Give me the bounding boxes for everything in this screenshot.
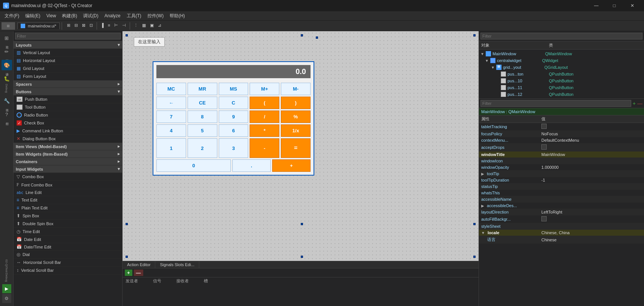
tab-signals-slots[interactable]: Signals Slots Edi... [155,261,199,268]
btn-mminus[interactable]: M- [281,83,311,95]
btn-equals[interactable]: = [281,138,311,158]
menu-file[interactable]: 文件(F) [2,12,22,20]
category-containers[interactable]: Containers ▸ [14,158,122,165]
menu-view[interactable]: View [43,12,59,19]
icon-group-project[interactable]: 🔧 项目 [2,96,12,106]
toolbar-btn-2[interactable]: ⊟ [73,22,79,30]
btn-7[interactable]: 7 [156,111,186,123]
btn-lparen[interactable]: ( [250,97,279,109]
btn-mplus[interactable]: M+ [250,83,279,95]
btn-6[interactable]: 6 [219,124,249,137]
widget-filter-input[interactable] [15,33,121,39]
prop-accdesc-expand[interactable]: ▶ [481,204,484,208]
widget-grid-layout[interactable]: ▦ Grid Layout [14,65,122,73]
obj-pushbutton-4[interactable]: ok pus...12 QPushButton [479,91,644,98]
toolbar-btn-12[interactable]: ⊿ [156,22,163,30]
widget-tool-button[interactable]: ▣ Tool Button [14,103,122,111]
tab-mainwindow-ui[interactable]: mainwindow.ui* [17,23,60,29]
title-bar-controls[interactable]: — □ ✕ [588,0,641,11]
widget-radio-button[interactable]: Radio Button [14,111,122,119]
widget-push-button[interactable]: ok Push Button [14,95,122,103]
props-add-btn[interactable]: + [633,100,636,106]
btn-5[interactable]: 5 [188,124,217,137]
btn-1[interactable]: 1 [156,138,186,158]
widget-text-edit[interactable]: ≡ Text Edit [14,196,122,204]
menu-widget[interactable]: 控件(W) [144,12,167,20]
toolbar-btn-3[interactable]: ⊠ [80,22,87,30]
debug-label[interactable]: Debug [5,273,8,282]
menu-build[interactable]: 构建(B) [59,12,80,20]
icon-group-welcome[interactable]: ⊞ 欢迎 [2,33,12,43]
calculator-widget[interactable]: 0.0 MC MR MS M+ M- ← [153,61,314,176]
btn-ce[interactable]: CE [188,97,217,109]
btn-dot[interactable]: . [232,159,271,172]
category-item-widgets[interactable]: Item Widgets (Item-Based) ▸ [14,150,122,158]
btn-subtract[interactable]: - [250,138,279,158]
icon-design[interactable]: 🎨 [2,60,12,70]
category-input-widgets[interactable]: Input Widgets ▾ [14,165,122,173]
widget-line-edit[interactable]: abc Line Edit [14,189,122,196]
btn-4[interactable]: 4 [156,124,186,137]
toolbar-btn-1[interactable]: ⊞ [65,22,72,30]
btn-mr[interactable]: MR [188,83,217,95]
widget-horizontal-layout[interactable]: ▤ Horizontal Layout [14,57,122,65]
toolbar-btn-9[interactable]: ⋮ [132,22,139,30]
btn-add[interactable]: + [272,159,311,172]
btn-c[interactable]: C [219,97,249,109]
icon-group-edit[interactable]: ✏ 编辑 [2,46,12,57]
props-filter-input[interactable] [480,100,631,107]
toolbar-btn-10[interactable]: ▦ [141,22,147,30]
btn-0[interactable]: 0 [156,159,231,172]
tab-action-editor[interactable]: Action Editor [123,261,155,268]
widget-spin-box[interactable]: ⬆ Spin Box [14,212,122,220]
category-item-views[interactable]: Item Views (Model-Based) ▸ [14,143,122,150]
btn-3[interactable]: 3 [219,138,249,158]
prop-drops-checkbox[interactable] [541,144,547,150]
btn-divide[interactable]: / [250,111,279,123]
toolbar-btn-8[interactable]: ⊣ [121,22,127,30]
icon-project[interactable]: 🔧 [2,96,12,106]
prop-locale-expand[interactable]: ▼ [481,231,485,235]
toolbar-btn-5[interactable]: ▐ [99,22,105,30]
obj-gridlayout[interactable]: ▼ ▦ grid...yout QGridLayout [479,64,644,71]
icon-welcome[interactable]: ⊞ [2,33,12,43]
obj-pushbutton-3[interactable]: ok pus...11 QPushButton [479,84,644,91]
btn-9[interactable]: 9 [219,111,249,123]
icon-group-help[interactable]: ? 帮助 [2,109,12,120]
widget-combo-box[interactable]: ▽ Combo Box [14,173,122,181]
prop-tablet-checkbox[interactable] [541,124,547,129]
icon-edit[interactable]: ✏ [2,46,12,57]
category-layouts[interactable]: Layouts ▾ [14,41,122,49]
menu-help[interactable]: 帮助(H) [167,12,188,20]
widget-h-scroll-bar[interactable]: ↔ Horizontal Scroll Bar [14,259,122,267]
category-buttons[interactable]: Buttons ▾ [14,88,122,95]
obj-centralwidget[interactable]: ▼ centralwidget QWidget [479,57,644,64]
icon-group-debug[interactable]: 🐛 Debug [2,73,12,93]
toolbar-btn-6[interactable]: ≡ [106,22,112,30]
widget-dial[interactable]: ◎ Dial [14,251,122,259]
widget-font-combo-box[interactable]: F Font Combo Box [14,181,122,189]
project-label[interactable]: 02-QtTest [5,259,8,273]
btn-ms[interactable]: MS [219,83,249,95]
menu-tools[interactable]: 工具(T) [124,12,144,20]
toolbar-btn-11[interactable]: ▣ [148,22,155,30]
object-filter-input[interactable] [480,33,642,39]
props-del-btn[interactable]: — [637,100,642,106]
widget-v-scroll-bar[interactable]: ↕ Vertical Scroll Bar [14,267,122,274]
btn-2[interactable]: 2 [188,138,217,158]
widget-datetime-edit[interactable]: 📅 Date/Time Edit [14,243,122,251]
bottom-delete-button[interactable]: — [134,270,143,276]
widget-plain-text-edit[interactable]: ≡ Plain Text Edit [14,204,122,212]
prop-autofill-checkbox[interactable] [541,216,547,221]
minimize-button[interactable]: — [588,0,605,11]
btn-8[interactable]: 8 [188,111,217,123]
canvas-content[interactable]: 在这里输入 0.0 MC MR MS M+ M- [123,31,479,261]
obj-pushbutton-1[interactable]: ok pus...ton QPushButton [479,71,644,77]
widget-command-link-button[interactable]: ▶ Command Link Button [14,127,122,135]
widget-form-layout[interactable]: ▧ Form Layout [14,73,122,80]
menu-debug[interactable]: 调试(D) [80,12,102,20]
toolbar-btn-7[interactable]: ⊢ [113,22,120,30]
widget-time-edit[interactable]: ◷ Time Edit [14,228,122,236]
icon-help[interactable]: ? [2,109,12,120]
icon-debug[interactable]: 🐛 [2,73,12,84]
